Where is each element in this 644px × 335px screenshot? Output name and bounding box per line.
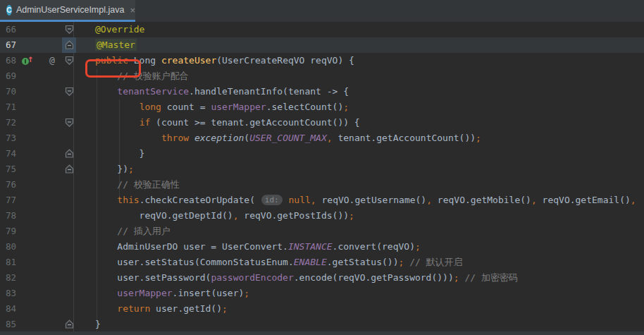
line-number[interactable]: 78 bbox=[6, 208, 21, 224]
code-editor[interactable]: 66@Override67@Master68↑@public Long crea… bbox=[0, 22, 644, 335]
code-text: @Override bbox=[78, 22, 144, 37]
gutter: 83 bbox=[0, 286, 78, 301]
code-text: if (count >= tenant.getAccountCount()) { bbox=[78, 115, 360, 130]
line-number[interactable]: 82 bbox=[6, 270, 21, 286]
fold-end-icon[interactable] bbox=[65, 319, 74, 329]
code-text: long count = userMapper.selectCount(); bbox=[78, 99, 349, 115]
annotation-gutter-icon: @ bbox=[49, 53, 55, 68]
gutter: 68↑@ bbox=[0, 53, 78, 68]
code-text: }); bbox=[78, 162, 134, 177]
code-line[interactable]: 82 user.setPassword(passwordEncoder.enco… bbox=[0, 270, 644, 286]
fold-collapse-icon[interactable] bbox=[65, 87, 74, 97]
line-number[interactable]: 69 bbox=[6, 68, 21, 84]
line-number[interactable]: 75 bbox=[6, 162, 21, 177]
code-text: // 校验正确性 bbox=[78, 177, 180, 193]
line-number[interactable]: 84 bbox=[6, 301, 21, 317]
code-line[interactable]: 76 // 校验正确性 bbox=[0, 177, 644, 193]
java-class-icon: C bbox=[6, 5, 12, 16]
code-line[interactable]: 74 } bbox=[0, 146, 644, 162]
line-number[interactable]: 68 bbox=[6, 53, 21, 68]
code-line[interactable]: 73 throw exception(USER_COUNT_MAX, tenan… bbox=[0, 130, 644, 146]
gutter: 81 bbox=[0, 255, 78, 270]
code-line[interactable]: 68↑@public Long createUser(UserCreateReq… bbox=[0, 53, 644, 68]
code-line[interactable]: 84 return user.getId(); bbox=[0, 301, 644, 317]
code-text: } bbox=[78, 317, 101, 332]
code-line[interactable]: 66@Override bbox=[0, 22, 644, 37]
line-number[interactable]: 73 bbox=[6, 130, 21, 146]
line-number[interactable]: 71 bbox=[6, 99, 21, 115]
gutter: 72 bbox=[0, 115, 78, 130]
line-number[interactable]: 85 bbox=[6, 317, 21, 332]
code-line[interactable]: 83 userMapper.insert(user); bbox=[0, 286, 644, 301]
code-text: userMapper.insert(user); bbox=[78, 286, 249, 301]
code-line[interactable]: 78 reqVO.getDeptId(), reqVO.getPostIds()… bbox=[0, 208, 644, 224]
gutter: 80 bbox=[0, 239, 78, 255]
line-number[interactable]: 81 bbox=[6, 255, 21, 270]
line-number[interactable]: 79 bbox=[6, 224, 21, 239]
fold-end-icon[interactable] bbox=[65, 164, 74, 174]
line-number[interactable]: 76 bbox=[6, 177, 21, 193]
code-line[interactable]: 71 long count = userMapper.selectCount()… bbox=[0, 99, 644, 115]
line-number[interactable]: 74 bbox=[6, 146, 21, 162]
fold-collapse-icon[interactable] bbox=[65, 25, 74, 35]
gutter: 70 bbox=[0, 84, 78, 99]
gutter: 78 bbox=[0, 208, 78, 224]
gutter: 66 bbox=[0, 22, 78, 37]
line-number[interactable]: 72 bbox=[6, 115, 21, 130]
code-text: user.setStatus(CommonStatusEnum.ENABLE.g… bbox=[78, 255, 463, 270]
gutter: 75 bbox=[0, 162, 78, 177]
code-line[interactable]: 79 // 插入用户 bbox=[0, 224, 644, 239]
fold-collapse-icon[interactable] bbox=[65, 56, 74, 66]
code-line[interactable]: 70 tenantService.handleTenantInfo(tenant… bbox=[0, 84, 644, 99]
tab-title: AdminUserServiceImpl.java bbox=[16, 5, 125, 15]
gutter: 82 bbox=[0, 270, 78, 286]
code-line[interactable]: 81 user.setStatus(CommonStatusEnum.ENABL… bbox=[0, 255, 644, 270]
gutter: 76 bbox=[0, 177, 78, 193]
code-text: user.setPassword(passwordEncoder.encode(… bbox=[78, 270, 518, 286]
editor-lines: 66@Override67@Master68↑@public Long crea… bbox=[0, 22, 644, 332]
code-line[interactable]: 85} bbox=[0, 317, 644, 332]
editor-tab-bar: C AdminUserServiceImpl.java × bbox=[0, 0, 644, 22]
code-text: reqVO.getDeptId(), reqVO.getPostIds()); bbox=[78, 208, 354, 224]
gutter: 84 bbox=[0, 301, 78, 317]
fold-collapse-icon[interactable] bbox=[65, 118, 74, 128]
fold-end-icon[interactable] bbox=[65, 149, 74, 159]
code-text: // 插入用户 bbox=[78, 224, 171, 239]
ide-editor-window: C AdminUserServiceImpl.java × 66@Overrid… bbox=[0, 0, 644, 335]
line-number[interactable]: 77 bbox=[6, 193, 21, 208]
code-text: this.checkCreateOrUpdate( id: null, reqV… bbox=[78, 193, 636, 208]
code-line[interactable]: 77 this.checkCreateOrUpdate( id: null, r… bbox=[0, 193, 644, 208]
code-line[interactable]: 80 AdminUserDO user = UserConvert.INSTAN… bbox=[0, 239, 644, 255]
line-number[interactable]: 67 bbox=[6, 37, 21, 53]
code-text: tenantService.handleTenantInfo(tenant ->… bbox=[78, 84, 349, 99]
code-text: } bbox=[78, 146, 144, 162]
code-text: // 校验账户配合 bbox=[78, 68, 189, 84]
code-text: return user.getId(); bbox=[78, 301, 228, 317]
gutter: 79 bbox=[0, 224, 78, 239]
code-text: throw exception(USER_COUNT_MAX, tenant.g… bbox=[78, 130, 481, 146]
gutter: 73 bbox=[0, 130, 78, 146]
tab-close-icon[interactable]: × bbox=[130, 5, 135, 16]
code-line[interactable]: 75 }); bbox=[0, 162, 644, 177]
code-text: @Master bbox=[78, 37, 137, 53]
line-number[interactable]: 80 bbox=[6, 239, 21, 255]
code-text: AdminUserDO user = UserConvert.INSTANCE.… bbox=[78, 239, 421, 255]
line-number[interactable]: 70 bbox=[6, 84, 21, 99]
line-number[interactable]: 83 bbox=[6, 286, 21, 301]
gutter: 67 bbox=[0, 37, 78, 53]
code-line[interactable]: 72 if (count >= tenant.getAccountCount()… bbox=[0, 115, 644, 130]
fold-end-icon[interactable] bbox=[65, 40, 74, 50]
code-text: public Long createUser(UserCreateReqVO r… bbox=[78, 53, 354, 68]
line-number[interactable]: 66 bbox=[6, 22, 21, 37]
gutter: 69 bbox=[0, 68, 78, 84]
code-line[interactable]: 69 // 校验账户配合 bbox=[0, 68, 644, 84]
gutter: 74 bbox=[0, 146, 78, 162]
bottom-strip bbox=[0, 331, 644, 335]
gutter: 77 bbox=[0, 193, 78, 208]
code-line[interactable]: 67@Master bbox=[0, 37, 644, 53]
gutter: 71 bbox=[0, 99, 78, 115]
param-name-hint: id: bbox=[261, 195, 283, 205]
tab-adminuserserviceimpl[interactable]: C AdminUserServiceImpl.java × bbox=[0, 0, 135, 20]
overriding-method-icon[interactable]: ↑ bbox=[22, 55, 36, 66]
gutter: 85 bbox=[0, 317, 78, 332]
